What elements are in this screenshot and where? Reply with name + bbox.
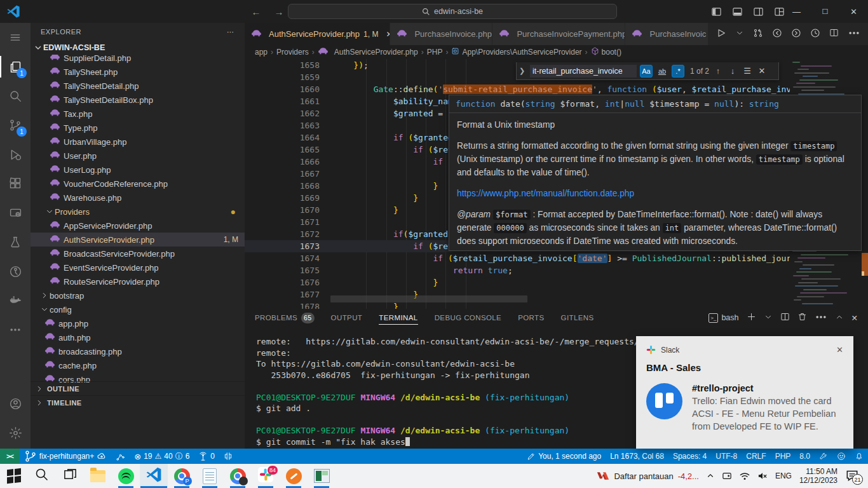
tab-authserviceprovider-php[interactable]: AuthServiceProvider.php1, M✕: [245, 23, 390, 45]
breadcrumb-2[interactable]: Providers: [276, 48, 309, 57]
tree-file-type-php[interactable]: Type.php: [31, 121, 245, 135]
run-button[interactable]: [716, 28, 726, 41]
volume-muted-icon[interactable]: [757, 471, 768, 480]
slack-notification[interactable]: Slack ✕ BMA - Sales #trello-project Trel…: [636, 336, 853, 449]
split-editor-icon[interactable]: [829, 28, 839, 40]
tree-file-routeserviceprovider-php[interactable]: RouteServiceProvider.php: [31, 274, 245, 288]
action-center-button[interactable]: 21: [845, 468, 862, 484]
taskbar-spotify[interactable]: [112, 464, 140, 488]
tab-purchaseinvoice-php[interactable]: PurchaseInvoice.php: [390, 23, 492, 45]
breadcrumb-5[interactable]: App\Providers\AuthServiceProvider: [451, 47, 581, 57]
panel-tab-gitlens[interactable]: GITLENS: [561, 309, 594, 327]
breadcrumb-3[interactable]: AuthServiceProvider.php: [318, 46, 418, 58]
tree-file-auth-php[interactable]: auth.php: [31, 330, 245, 344]
tree-file-broadcasting-php[interactable]: broadcasting.php: [31, 344, 245, 358]
nav-back-button[interactable]: ←: [249, 4, 263, 19]
taskbar-task-view[interactable]: [56, 464, 84, 488]
stock-widget[interactable]: Daftar pantauan -4,2...: [597, 471, 698, 481]
activity-remote-explorer[interactable]: [0, 198, 31, 227]
status-indentation[interactable]: Spaces: 4: [668, 449, 711, 464]
find-in-selection-button[interactable]: ☰: [742, 66, 753, 76]
tab-purchaseinvoicepayment-php[interactable]: PurchaseInvoicePayment.php: [492, 23, 625, 45]
taskbar-start[interactable]: [0, 464, 28, 488]
tree-file-tallysheet-php[interactable]: TallySheet.php: [31, 65, 245, 79]
taskbar-file-explorer[interactable]: [84, 464, 112, 488]
tree-file-broadcastserviceprovider-php[interactable]: BroadcastServiceProvider.php: [31, 247, 245, 261]
tab-close-icon[interactable]: ✕: [386, 30, 390, 39]
tree-file-appserviceprovider-php[interactable]: AppServiceProvider.php: [31, 219, 245, 233]
toggle-replace-icon[interactable]: ❯: [519, 67, 527, 75]
status-ports[interactable]: 0: [194, 449, 219, 464]
nav-forward-circle-icon[interactable]: [791, 28, 801, 41]
activity-menu[interactable]: [0, 23, 31, 52]
status-problems[interactable]: ⊗19⚠40ⓘ6: [130, 449, 194, 464]
tree-file-warehouse-php[interactable]: Warehouse.php: [31, 191, 245, 205]
breadcrumb-1[interactable]: app: [255, 48, 268, 57]
breadcrumb-4[interactable]: PHP: [427, 48, 443, 57]
breadcrumb-6[interactable]: boot(): [591, 47, 621, 57]
tree-folder-providers[interactable]: Providers●: [31, 205, 245, 219]
match-case-button[interactable]: Aa: [640, 65, 653, 78]
activity-run-debug[interactable]: [0, 140, 31, 169]
tray-expand-icon[interactable]: [707, 472, 714, 480]
tree-file-tallysheetdetailbox-php[interactable]: TallySheetDetailBox.php: [31, 93, 245, 107]
new-terminal-button[interactable]: [747, 312, 756, 323]
activity-docker[interactable]: [0, 286, 31, 315]
split-terminal-icon[interactable]: [780, 312, 790, 323]
explorer-more-actions[interactable]: ⋯: [227, 28, 234, 36]
activity-settings[interactable]: [0, 418, 31, 447]
run-dropdown-icon[interactable]: [735, 29, 744, 40]
activity-explorer[interactable]: 1: [0, 52, 31, 81]
toggle-secondary-sidebar-icon[interactable]: [754, 7, 763, 17]
tree-file-authserviceprovider-php[interactable]: AuthServiceProvider.php1, M: [31, 233, 245, 247]
panel-tab-debug-console[interactable]: DEBUG CONSOLE: [435, 309, 502, 327]
status-remote-indicator[interactable]: ><: [0, 449, 20, 464]
status-language[interactable]: PHP: [771, 449, 796, 464]
tab-purchaseinvoic[interactable]: PurchaseInvoic: [625, 23, 709, 45]
status-tools[interactable]: [815, 449, 832, 464]
code-line-1675[interactable]: 1675 return true;: [245, 264, 789, 276]
notification-close-button[interactable]: ✕: [836, 345, 843, 355]
status-git-branch[interactable]: fix-perhitungan+: [20, 449, 111, 464]
status-compare[interactable]: [219, 449, 237, 464]
terminal-dropdown-icon[interactable]: [764, 313, 773, 323]
activity-source-control[interactable]: 1: [0, 111, 31, 140]
activity-gitlens[interactable]: [0, 257, 31, 286]
taskbar-excel[interactable]: [308, 464, 336, 488]
taskbar-notepad[interactable]: [196, 464, 224, 488]
php-manual-link[interactable]: https://www.php.net/manual/function.date…: [457, 189, 634, 198]
wifi-icon[interactable]: [740, 472, 750, 480]
nav-back-circle-icon[interactable]: [772, 28, 782, 41]
taskbar-chrome[interactable]: [224, 464, 252, 488]
taskbar-chrome-profile[interactable]: P: [168, 464, 196, 488]
close-panel-icon[interactable]: ✕: [851, 313, 858, 323]
panel-tab-terminal[interactable]: TERMINAL: [379, 309, 417, 327]
panel-more-icon[interactable]: [815, 311, 827, 325]
workspace-root-folder[interactable]: EDWIN-ACSI-BE: [31, 41, 245, 55]
status-blame[interactable]: You, 1 second ago: [522, 449, 606, 464]
nav-forward-button[interactable]: →: [272, 4, 286, 19]
code-area[interactable]: 1658 });16591660 Gate::define('submit-re…: [245, 59, 868, 309]
code-line-1660[interactable]: 1660 Gate::define('submit-retail_purchas…: [245, 83, 789, 95]
code-line-1674[interactable]: 1674 if ($retail_purchase_invoice['date'…: [245, 252, 789, 264]
toggle-sidebar-icon[interactable]: [712, 7, 721, 17]
status-cursor-position[interactable]: Ln 1673, Col 68: [606, 449, 668, 464]
tree-file-tallysheetdetail-php[interactable]: TallySheetDetail.php: [31, 79, 245, 93]
close-button[interactable]: ✕: [839, 0, 868, 23]
panel-tab-problems[interactable]: PROBLEMS65: [255, 309, 315, 327]
taskbar-slack[interactable]: 84: [252, 464, 280, 488]
maximize-button[interactable]: ☐: [811, 0, 839, 23]
tray-clock[interactable]: 11:50 AM 12/12/2023: [799, 467, 837, 485]
section-timeline[interactable]: TIMELINE: [31, 395, 245, 409]
next-match-button[interactable]: ↓: [727, 66, 738, 76]
timeline-icon[interactable]: [810, 28, 820, 41]
close-find-button[interactable]: ✕: [756, 66, 768, 76]
activity-extensions[interactable]: [0, 169, 31, 198]
terminal-shell-selector[interactable]: >_bash: [709, 313, 738, 323]
status-git-graph[interactable]: [111, 449, 130, 464]
minimize-button[interactable]: —: [782, 0, 811, 23]
language-indicator[interactable]: ENG: [775, 471, 792, 480]
kill-terminal-icon[interactable]: [797, 312, 807, 323]
tree-file-supplierdetail-php[interactable]: SupplierDetail.php: [31, 55, 245, 65]
taskbar-vscode[interactable]: [140, 464, 168, 488]
